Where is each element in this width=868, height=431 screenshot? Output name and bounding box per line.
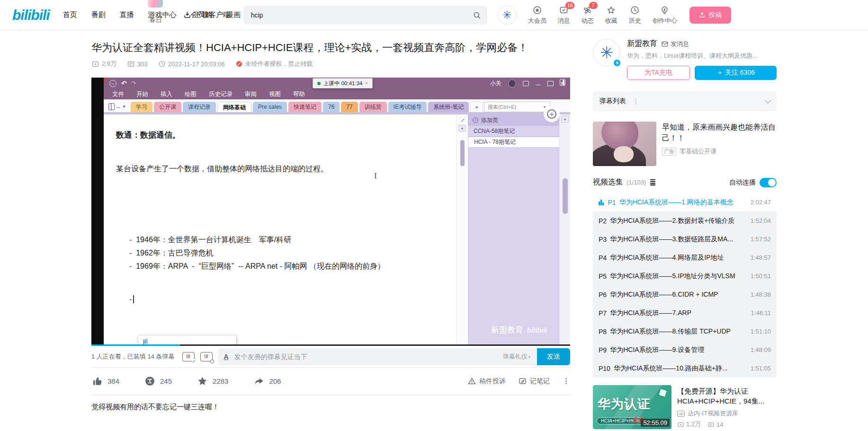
menu-item[interactable]: 审阅: [245, 90, 257, 98]
section-tab[interactable]: 77: [341, 102, 358, 112]
nav-item[interactable]: 首页: [63, 10, 77, 19]
playlist-episode[interactable]: P8 华为HCIA系统班——8.传输层 TCP+UDP 1:51:10: [593, 322, 777, 341]
search-input[interactable]: [251, 11, 469, 19]
maximize-icon[interactable]: [547, 81, 554, 86]
coin-button[interactable]: 245: [144, 375, 172, 387]
play-count-icon: [677, 421, 684, 428]
minimize-icon[interactable]: [536, 82, 541, 85]
messages-entry[interactable]: 18 消息: [558, 5, 570, 25]
danmaku-input[interactable]: [234, 353, 503, 361]
playlist-view-icon[interactable]: ≣: [649, 177, 656, 187]
menu-item[interactable]: 帮助: [293, 90, 305, 98]
favorites-entry[interactable]: 收藏: [605, 5, 617, 25]
section-tab[interactable]: 学习: [131, 102, 152, 112]
menu-item[interactable]: 视图: [269, 90, 281, 98]
related-video-thumbnail: 华为认证 HCIA+HCIP+HCIE 全套 52:55.09: [593, 385, 671, 429]
section-tab[interactable]: Pre sales: [253, 102, 287, 112]
send-danmaku-button[interactable]: 发送: [537, 348, 570, 365]
uploader-avatar[interactable]: ✳: [593, 39, 620, 66]
section-tab[interactable]: 训练营: [359, 102, 387, 112]
more-options-icon[interactable]: [562, 377, 570, 385]
report-link[interactable]: 稿件投诉: [467, 377, 506, 386]
follow-button[interactable]: ＋ 关注 6306: [695, 66, 777, 80]
player-progress-bar[interactable]: [91, 344, 570, 346]
nav-item[interactable]: 番剧: [91, 10, 106, 19]
user-avatar[interactable]: ✳: [498, 6, 517, 25]
playlist-progress: (1/103): [626, 179, 646, 186]
notes-page[interactable]: 数通：数据通信。 某台设备产生了一个数据，借助整体的网络抵达目的端的过程。 - …: [104, 114, 456, 346]
search-button[interactable]: [469, 8, 484, 23]
playlist-episode[interactable]: P4 华为HCIA系统班——4.网络层及IP地址 1:48:57: [593, 248, 777, 267]
charge-button[interactable]: 为TA充电: [627, 66, 690, 80]
danmaku-style-button[interactable]: A: [218, 353, 234, 361]
page-item[interactable]: HCIA - 78期笔记: [468, 137, 559, 148]
section-tab[interactable]: 课程记录: [183, 102, 216, 112]
window-user-name: 小关: [490, 79, 501, 88]
resize-diagonal-icon[interactable]: ↔: [458, 115, 466, 124]
favorite-button[interactable]: 2283: [197, 375, 228, 387]
playlist-episode[interactable]: P6 华为HCIA系统班——6.CIDR + ICMP 1:48:38: [593, 285, 777, 304]
section-tab[interactable]: 快速笔记: [288, 102, 322, 112]
take-notes-button[interactable]: 记笔记: [518, 377, 550, 386]
display-mode-icon[interactable]: [523, 81, 529, 86]
danmaku-toggle-icon[interactable]: 弹✓: [182, 352, 195, 361]
ad-badge: 广告: [662, 148, 676, 156]
menu-item[interactable]: 开始: [136, 90, 148, 98]
related-video-card[interactable]: 华为认证 HCIA+HCIP+HCIE 全套 52:55.09 【免费开源】华为…: [593, 385, 777, 429]
scroll-up-button[interactable]: ▲: [561, 116, 569, 123]
thumbs-up-icon: [91, 375, 103, 387]
playlist-episode[interactable]: P2 华为HCIA系统班——2.数据封装+传输介质 1:52:04: [593, 211, 777, 230]
playlist: P1 华为HCIA系统班——1.网络的基本概念 2:02:47 P2 华为HCI…: [593, 193, 777, 378]
clipboard-panel-icon[interactable]: [560, 79, 565, 86]
section-tab[interactable]: 公开课: [154, 102, 181, 112]
section-tab-list: 学习公开课课程记录网络基础Pre sales快速笔记7677训练营IE考试辅导系…: [131, 102, 484, 112]
onenote-search-box[interactable]: 搜索(Ctrl+E) ▼: [484, 102, 550, 112]
badge: 7: [589, 2, 598, 9]
scroll-up-button[interactable]: ▲: [458, 125, 466, 132]
playlist-episode[interactable]: P9 华为HCIA系统班——9.设备管理 1:48:09: [593, 341, 777, 359]
history-entry[interactable]: 历史: [629, 5, 641, 25]
promo-spring[interactable]: 春日: [145, 0, 167, 30]
ad-card[interactable]: 早知道，原来画画兴趣也能养活自己！！ 广告 零基础公开课: [593, 122, 777, 166]
playlist-episode[interactable]: P7 华为HCIA系统班——7.ARP 1:46:11: [593, 304, 777, 322]
menu-item[interactable]: 插入: [161, 90, 172, 98]
menu-item[interactable]: 绘图: [185, 90, 197, 98]
download-icon: [183, 10, 192, 19]
search-bar[interactable]: [243, 6, 487, 25]
like-button[interactable]: 384: [91, 375, 119, 387]
more-options-icon[interactable]: ⋮: [633, 97, 639, 105]
notebook-switcher[interactable]: – ▼: [108, 103, 126, 110]
download-client-link[interactable]: 下载客户端: [183, 10, 230, 19]
scrollbar-thumb[interactable]: [460, 140, 465, 166]
vip-entry[interactable]: 大会员: [528, 5, 546, 25]
uploader-name[interactable]: 新盟教育: [627, 39, 657, 49]
scrollbar-thumb[interactable]: [563, 178, 568, 214]
menu-item[interactable]: 文件: [112, 90, 124, 98]
bilibili-logo[interactable]: bilibili: [12, 7, 50, 23]
danmaku-settings-icon[interactable]: 弹: [200, 352, 213, 361]
section-tab[interactable]: 76: [323, 102, 340, 112]
class-status-widget[interactable]: 上课中 00:41:34 ˅: [313, 78, 373, 88]
upload-video-button[interactable]: 投稿: [689, 7, 731, 24]
video-player[interactable]: ← ↶ ↷ 小关 ✕: [91, 75, 570, 346]
section-tab[interactable]: IE考试辅导: [388, 102, 427, 112]
send-message-link[interactable]: 发消息: [661, 40, 689, 48]
playlist-episode[interactable]: P5 华为HCIA系统班——5.IP地址分类与VLSM 1:50:51: [593, 267, 777, 285]
page-item[interactable]: CCNA-58期笔记: [468, 126, 559, 137]
playlist-episode[interactable]: P10 华为HCIA系统班——10.路由基础+静... 1:51:05: [593, 359, 777, 378]
section-tab[interactable]: +: [470, 102, 483, 112]
dynamics-entry[interactable]: 7 动态: [582, 5, 594, 25]
menu-item[interactable]: 历史记录: [209, 90, 233, 98]
related-video-uploader[interactable]: up 达内-IT视频资源库: [677, 409, 777, 418]
autoplay-toggle[interactable]: [760, 178, 777, 187]
danmaku-count: 303: [127, 60, 148, 68]
section-tab[interactable]: 系统班-笔记: [428, 102, 469, 112]
creator-center-entry[interactable]: 创作中心: [653, 5, 677, 25]
danmaku-etiquette-link[interactable]: 弹幕礼仪 ›: [503, 352, 537, 361]
playlist-episode[interactable]: P3 华为HCIA系统班——3.数据链路层及MA... 1:57:52: [593, 230, 777, 248]
danmaku-list-collapsed[interactable]: 弹幕列表 ⋮: [593, 91, 777, 111]
insert-floating-button[interactable]: ＋: [544, 106, 560, 122]
playlist-episode[interactable]: P1 华为HCIA系统班——1.网络的基本概念 2:02:47: [593, 193, 777, 211]
share-button[interactable]: 206: [253, 375, 281, 387]
section-tab[interactable]: 网络基础: [217, 102, 251, 112]
